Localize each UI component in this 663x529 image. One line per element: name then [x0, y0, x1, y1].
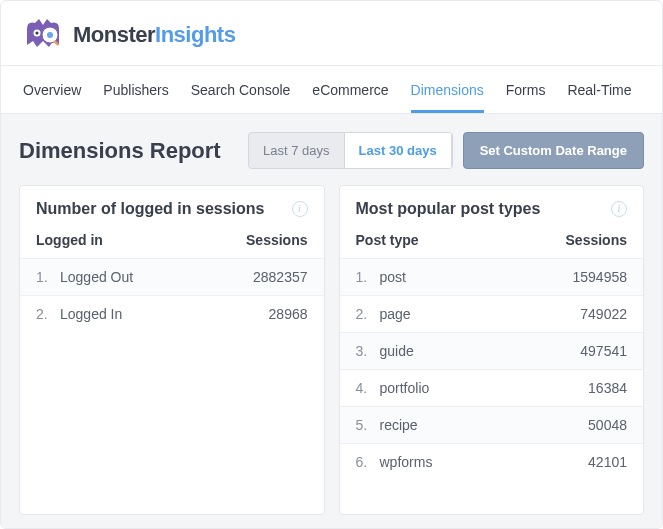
- info-icon[interactable]: i: [292, 201, 308, 217]
- row-index: 3.: [356, 343, 380, 359]
- table-row: 1.Logged Out2882357: [20, 258, 324, 295]
- row-index: 2.: [36, 306, 60, 322]
- tab-forms[interactable]: Forms: [506, 72, 546, 113]
- svg-point-4: [35, 31, 38, 34]
- row-value: 42101: [547, 454, 627, 470]
- date-range-segmented: Last 7 days Last 30 days: [248, 132, 453, 169]
- svg-point-1: [47, 32, 53, 38]
- row-value: 1594958: [547, 269, 627, 285]
- report-panels: Number of logged in sessions i Logged in…: [19, 185, 644, 515]
- table-row: 5.recipe50048: [340, 406, 644, 443]
- panel-post-types: Most popular post types i Post type Sess…: [339, 185, 645, 515]
- column-headers: Logged in Sessions: [20, 226, 324, 258]
- row-label: Logged In: [60, 306, 228, 322]
- panel-logged-in-sessions: Number of logged in sessions i Logged in…: [19, 185, 325, 515]
- table-row: 6.wpforms42101: [340, 443, 644, 480]
- row-index: 1.: [36, 269, 60, 285]
- table-row: 4.portfolio16384: [340, 369, 644, 406]
- table-row: 1.post1594958: [340, 258, 644, 295]
- tab-ecommerce[interactable]: eCommerce: [312, 72, 388, 113]
- row-value: 749022: [547, 306, 627, 322]
- page-title: Dimensions Report: [19, 138, 221, 164]
- app-header: MonsterInsights: [1, 1, 662, 65]
- panel-title: Number of logged in sessions: [36, 200, 264, 218]
- range-last-30-days[interactable]: Last 30 days: [344, 133, 452, 168]
- tab-overview[interactable]: Overview: [23, 72, 81, 113]
- brand-mascot-icon: [23, 15, 63, 55]
- tab-dimensions[interactable]: Dimensions: [411, 72, 484, 113]
- row-label: wpforms: [380, 454, 548, 470]
- row-value: 2882357: [228, 269, 308, 285]
- row-label: Logged Out: [60, 269, 228, 285]
- row-label: page: [380, 306, 548, 322]
- table-row: 3.guide497541: [340, 332, 644, 369]
- brand-wordmark: MonsterInsights: [73, 22, 235, 48]
- row-value: 497541: [547, 343, 627, 359]
- tab-search-console[interactable]: Search Console: [191, 72, 291, 113]
- row-label: recipe: [380, 417, 548, 433]
- report-toolbar: Dimensions Report Last 7 days Last 30 da…: [19, 132, 644, 169]
- panel-title: Most popular post types: [356, 200, 541, 218]
- info-icon[interactable]: i: [611, 201, 627, 217]
- tab-publishers[interactable]: Publishers: [103, 72, 168, 113]
- report-tabs: OverviewPublishersSearch ConsoleeCommerc…: [1, 65, 662, 114]
- row-value: 28968: [228, 306, 308, 322]
- row-label: portfolio: [380, 380, 548, 396]
- row-index: 1.: [356, 269, 380, 285]
- table-row: 2.Logged In28968: [20, 295, 324, 332]
- row-value: 16384: [547, 380, 627, 396]
- row-value: 50048: [547, 417, 627, 433]
- column-headers: Post type Sessions: [340, 226, 644, 258]
- row-index: 6.: [356, 454, 380, 470]
- report-body: Dimensions Report Last 7 days Last 30 da…: [1, 114, 662, 529]
- tab-real-time[interactable]: Real-Time: [567, 72, 631, 113]
- row-index: 4.: [356, 380, 380, 396]
- row-label: post: [380, 269, 548, 285]
- table-row: 2.page749022: [340, 295, 644, 332]
- range-last-7-days[interactable]: Last 7 days: [249, 133, 344, 168]
- row-label: guide: [380, 343, 548, 359]
- set-custom-date-range-button[interactable]: Set Custom Date Range: [463, 132, 644, 169]
- row-index: 5.: [356, 417, 380, 433]
- row-index: 2.: [356, 306, 380, 322]
- date-range-controls: Last 7 days Last 30 days Set Custom Date…: [248, 132, 644, 169]
